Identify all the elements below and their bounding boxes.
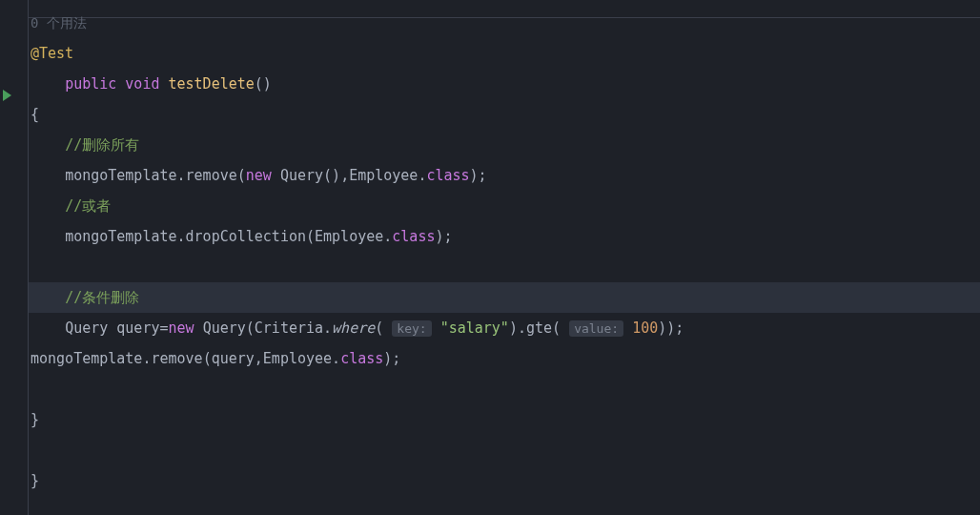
run-test-icon[interactable] — [3, 90, 11, 101]
close-brace-2: } — [31, 472, 39, 489]
usages-hint-line: 0 个用法 — [29, 8, 980, 38]
code-editor[interactable]: 0 个用法 @Test public void testDelete() { /… — [29, 0, 980, 496]
test-annotation: @Test — [31, 45, 73, 62]
usages-hint: 0 个用法 — [31, 15, 87, 31]
editor-gutter — [0, 0, 29, 515]
open-brace-line: { — [29, 99, 980, 130]
close-brace-line: } — [29, 404, 980, 435]
drop-collection-line: mongoTemplate.dropCollection(Employee.cl… — [29, 221, 980, 252]
blank-line-3 — [29, 435, 980, 465]
remove-query-line: mongoTemplate.remove(query,Employee.clas… — [29, 343, 980, 374]
param-hint-value: value: — [569, 320, 623, 337]
comment-conditional-line: //条件删除 — [29, 282, 980, 313]
comment-or-line: //或者 — [29, 191, 980, 221]
comment-delete-all: //删除所有 — [65, 136, 139, 154]
annotation-line: @Test — [29, 38, 980, 69]
blank-line — [29, 252, 980, 282]
comment-conditional: //条件删除 — [65, 289, 139, 306]
param-hint-key: key: — [392, 320, 431, 337]
method-signature-line: public void testDelete() — [29, 69, 980, 99]
close-brace-line-2: } — [29, 465, 980, 496]
query-criteria-line: Query query=new Query(Criteria.where( ke… — [29, 313, 980, 343]
comment-delete-all-line: //删除所有 — [29, 130, 980, 160]
modifiers: public void — [65, 75, 159, 93]
open-brace: { — [31, 106, 39, 123]
method-name: testDelete — [169, 75, 255, 93]
comment-or: //或者 — [65, 197, 111, 215]
close-brace: } — [31, 411, 39, 428]
remove-all-line: mongoTemplate.remove(new Query(),Employe… — [29, 160, 980, 191]
blank-line-2 — [29, 374, 980, 404]
method-parens: () — [255, 75, 272, 93]
